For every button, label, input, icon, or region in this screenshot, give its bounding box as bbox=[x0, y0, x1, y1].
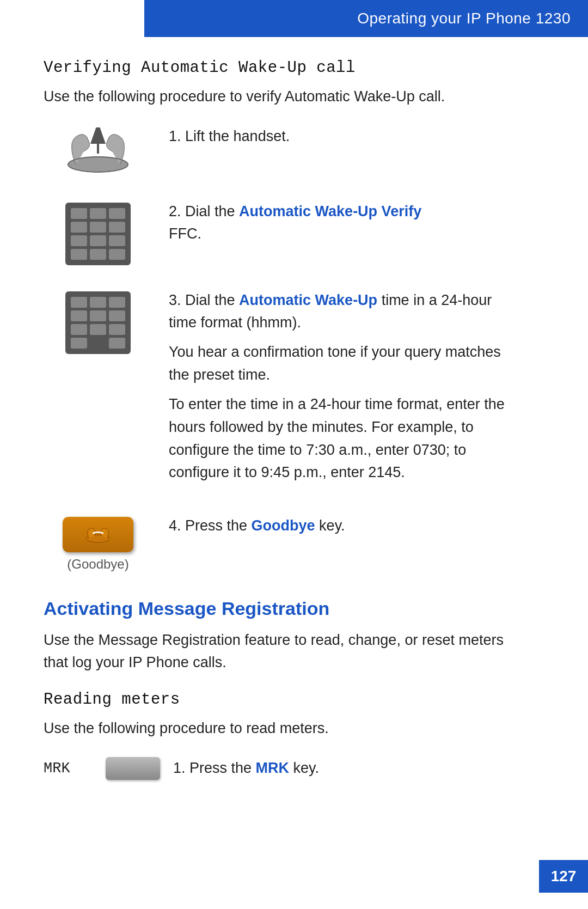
mrk-step-1-content: 1. Press the MRK key. bbox=[173, 760, 319, 777]
step-row-3: 3. Dial the Automatic Wake-Up time in a … bbox=[44, 289, 523, 491]
goodbye-phone-icon bbox=[84, 527, 112, 543]
step-4-link: Goodbye bbox=[252, 517, 315, 534]
step-3-link: Automatic Wake-Up bbox=[239, 292, 377, 308]
step-row-1: 1. Lift the handset. bbox=[44, 125, 523, 176]
section-verify: Verifying Automatic Wake-Up call Use the… bbox=[44, 59, 523, 572]
mrk-step-1-link: MRK bbox=[256, 760, 290, 776]
goodbye-icon-label: (Goodbye) bbox=[67, 557, 128, 572]
step-4-suffix: key. bbox=[315, 517, 345, 534]
step-4-number: 4. bbox=[169, 517, 185, 534]
mrk-button-icon bbox=[106, 757, 160, 780]
section-verify-intro: Use the following procedure to verify Au… bbox=[44, 86, 523, 108]
step-3-sub1: You hear a confirmation tone if your que… bbox=[169, 341, 523, 387]
header-title-normal: Operating your IP Phone bbox=[357, 10, 535, 27]
step-2-icon bbox=[44, 200, 152, 265]
section-message-reg-heading: Activating Message Registration bbox=[44, 598, 523, 619]
step-2-link: Automatic Wake-Up Verify bbox=[239, 203, 421, 219]
subsection-intro: Use the following procedure to read mete… bbox=[44, 717, 523, 740]
step-1-text: Lift the handset. bbox=[185, 128, 290, 144]
step-4-prefix: Press the bbox=[185, 517, 252, 534]
step-2-prefix: Dial the bbox=[185, 203, 239, 219]
mrk-step-row-1: MRK 1. Press the MRK key. bbox=[44, 757, 523, 780]
step-1-number: 1. bbox=[169, 128, 185, 144]
mrk-step-1-suffix: key. bbox=[289, 760, 319, 776]
step-3-icon bbox=[44, 289, 152, 354]
step-3-prefix: Dial the bbox=[185, 292, 239, 308]
step-2-content: 2. Dial the Automatic Wake-Up Verify FFC… bbox=[152, 200, 523, 246]
step-1-icon bbox=[44, 125, 152, 176]
keypad-icon-2 bbox=[65, 291, 131, 354]
step-2-suffix: FFC. bbox=[169, 225, 201, 242]
step-4-content: 4. Press the Goodbye key. bbox=[152, 515, 523, 538]
step-1-content: 1. Lift the handset. bbox=[152, 125, 523, 148]
page-number: 127 bbox=[551, 868, 577, 885]
header-title: Operating your IP Phone 1230 bbox=[357, 10, 571, 27]
header-bar: Operating your IP Phone 1230 bbox=[144, 0, 588, 37]
handset-icon bbox=[60, 127, 136, 176]
step-2-number: 2. bbox=[169, 203, 185, 219]
goodbye-button-icon bbox=[63, 517, 133, 552]
step-3-content: 3. Dial the Automatic Wake-Up time in a … bbox=[152, 289, 523, 491]
keypad-icon-1 bbox=[65, 203, 131, 265]
mrk-step-1-prefix: Press the bbox=[189, 760, 256, 776]
step-3-sub2: To enter the time in a 24-hour time form… bbox=[169, 393, 523, 484]
step-3-number: 3. bbox=[169, 292, 185, 308]
mrk-step-1-number: 1. bbox=[173, 760, 189, 776]
steps-container-verify: 1. Lift the handset. 2. Dial the Automat… bbox=[44, 125, 523, 572]
section-message-reg: Activating Message Registration Use the … bbox=[44, 598, 523, 780]
subsection-reading-meters: Reading meters Use the following procedu… bbox=[44, 691, 523, 780]
page-number-container: 127 bbox=[539, 860, 588, 893]
step-row-4: (Goodbye) 4. Press the Goodbye key. bbox=[44, 515, 523, 572]
mrk-label: MRK bbox=[44, 760, 93, 777]
header-title-bold: 1230 bbox=[536, 10, 571, 27]
step-4-icon: (Goodbye) bbox=[44, 515, 152, 572]
section-message-reg-intro: Use the Message Registration feature to … bbox=[44, 629, 523, 673]
step-row-2: 2. Dial the Automatic Wake-Up Verify FFC… bbox=[44, 200, 523, 265]
subsection-heading: Reading meters bbox=[44, 691, 523, 709]
section-verify-heading: Verifying Automatic Wake-Up call bbox=[44, 59, 523, 77]
main-content: Verifying Automatic Wake-Up call Use the… bbox=[0, 37, 555, 802]
